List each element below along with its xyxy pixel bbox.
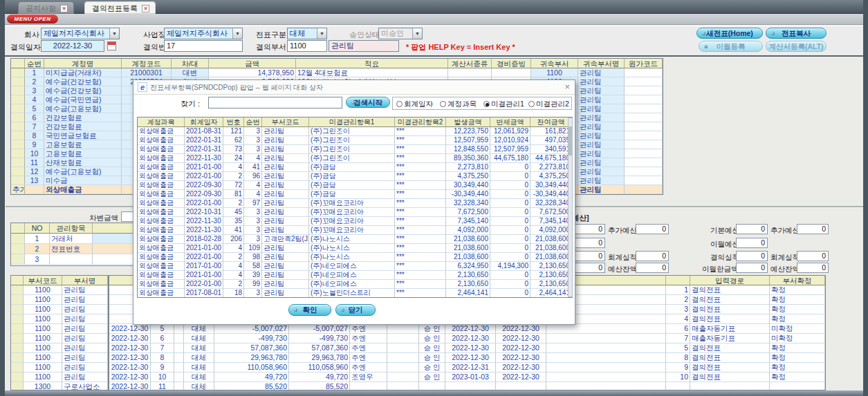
radio-open-item2[interactable]: 미결관리2 xyxy=(528,100,569,109)
column-header[interactable]: 적요 xyxy=(296,59,448,68)
table-row[interactable]: 외상매출금2022-11-30413관리팀(주)꼬매요코리아***4,092,0… xyxy=(138,226,572,235)
site-select[interactable]: 제일저지주식회사▼ xyxy=(164,28,243,39)
copy-slip-button[interactable]: 전표복사 xyxy=(766,28,827,39)
table-row[interactable]: 외상매출금2017-01-00458관리팀(주)네오피에스***6,324,95… xyxy=(138,262,572,271)
chevron-down-icon[interactable]: ▼ xyxy=(109,28,119,39)
table-row[interactable]: 외상매출금2017-08-01183관리팀(주)노블인더스트리***2,464,… xyxy=(138,289,572,298)
table-row[interactable]: 2022-12-307대체57,087,36057,087,360주엔승 인20… xyxy=(109,343,825,353)
table-row[interactable]: 외상매출금2022-01-31623관리팀(주)그린조이***12,507,95… xyxy=(138,136,572,145)
chevron-down-icon[interactable]: ▼ xyxy=(232,28,242,39)
table-row[interactable]: 외상매출금2022-01-00296관리팀(주)금담***4,375,25004… xyxy=(138,172,572,181)
column-header[interactable]: 순번 xyxy=(25,59,44,68)
table-row[interactable]: 1100관리팀 xyxy=(11,334,108,343)
column-header[interactable]: 경비증빙 xyxy=(492,59,531,68)
table-row[interactable]: 외상매출금2022-01-00299관리팀(주)네오피에스***2,130,65… xyxy=(138,280,572,289)
table-row[interactable]: 2022-12-3011대체85,52085,520 xyxy=(109,382,825,390)
close-icon[interactable]: × xyxy=(564,82,570,92)
column-header[interactable]: 차/대 xyxy=(172,59,209,68)
table-row[interactable]: 1100관리팀 xyxy=(11,295,108,305)
table-row[interactable]: 1100관리팀 xyxy=(11,353,108,363)
table-row[interactable]: 2022-12-306대체-499,730-499,730주엔승 인2022-1… xyxy=(109,334,825,343)
table-row[interactable]: 외상매출금2021-01-004109관리팀(주)나노시스***21,038,6… xyxy=(138,244,572,253)
slip-type-select[interactable]: 대체▼ xyxy=(287,28,327,39)
column-header[interactable]: 계산서종류 xyxy=(448,59,492,68)
table-row[interactable]: 외상매출금2022-11-30353관리팀(주)꼬매요코리아***7,345,1… xyxy=(138,217,572,226)
column-header[interactable]: 순번 xyxy=(244,117,262,127)
new-slip-button[interactable]: 새전표(Home) xyxy=(696,28,763,39)
column-header[interactable]: 회계일자 xyxy=(185,117,223,127)
table-row[interactable]: 1100관리팀 xyxy=(11,285,108,295)
column-header[interactable]: 금액 xyxy=(209,59,296,68)
column-header[interactable]: 반제금액 xyxy=(490,117,530,127)
column-header[interactable]: 계정과목 xyxy=(138,117,185,127)
radio-open-item1[interactable]: 미결관리1 xyxy=(483,100,524,109)
tab-close-icon[interactable]: ✕ xyxy=(142,5,149,12)
column-header[interactable]: 미결관리항목1 xyxy=(309,117,395,127)
table-row[interactable]: 외상매출금2022-09-30724관리팀(주)금담***30,349,4400… xyxy=(138,181,572,190)
table-row[interactable]: 외상매출금2022-10-31453관리팀(주)꼬매요코리아***7,672,5… xyxy=(138,208,572,217)
table-row[interactable]: 외상매출금2022-01-00298관리팀(주)나노시스***21,038,60… xyxy=(138,253,572,262)
dept-code-input[interactable]: 1100 xyxy=(287,40,327,52)
scrollbar-thumb[interactable] xyxy=(569,126,572,155)
column-header[interactable]: 부서코드 xyxy=(262,117,309,127)
close-button[interactable]: 닫기 xyxy=(335,304,376,316)
column-header[interactable]: 번호 xyxy=(223,117,244,127)
table-row[interactable]: 1100관리팀 xyxy=(11,363,108,373)
tab-notice[interactable]: 공지사항✕ xyxy=(18,1,74,14)
chevron-down-icon[interactable]: ▼ xyxy=(317,28,326,39)
table-row[interactable]: 1100관리팀 xyxy=(11,324,108,334)
table-row[interactable]: 외상매출금2021-01-00441관리팀(주)금담***2,273,81002… xyxy=(138,163,572,172)
table-row[interactable]: 외상매출금2022-11-30244관리팀(주)그린조이***89,350,36… xyxy=(138,154,572,163)
table-row[interactable]: 외상매출금2022-09-30814관리팀(주)금담***-30,349,440… xyxy=(138,190,572,199)
table-row[interactable]: 1100관리팀 xyxy=(11,343,108,353)
menu-open-button[interactable]: MENU OPEN xyxy=(7,15,58,23)
popup-scrollbar[interactable] xyxy=(568,117,573,297)
budget-field: 0 xyxy=(636,251,669,261)
search-input[interactable] xyxy=(208,97,342,109)
table-row[interactable]: 2022-12-305대체-5,007,027-5,007,027주엔승 인20… xyxy=(109,324,825,334)
table-row[interactable]: 1100관리팀 xyxy=(11,314,108,324)
table-row[interactable]: 2022-12-309대체110,058,960110,058,960주엔승 인… xyxy=(109,363,825,373)
column-header[interactable]: 입력경로 xyxy=(690,276,770,285)
column-header[interactable]: 잔여금액 xyxy=(530,117,572,127)
column-header[interactable]: 부서명 xyxy=(62,276,108,285)
tab-slip-entry[interactable]: 결의전표등록✕ xyxy=(84,1,156,14)
column-header[interactable]: 계정명 xyxy=(44,59,122,68)
table-row[interactable]: 외상매출금2021-08-311213관리팀(주)그린조이***12,223,7… xyxy=(138,127,572,136)
column-header[interactable]: 귀속부서명 xyxy=(578,59,625,68)
table-row[interactable]: 1미지급금(거래처)21000301대변14,378,95012월 4대보험료1… xyxy=(11,68,663,77)
column-header[interactable]: 계정코드 xyxy=(122,59,172,68)
column-header[interactable] xyxy=(11,223,25,234)
column-header[interactable]: 부서코드 xyxy=(24,276,62,285)
company-select[interactable]: 제일저지주식회사▼ xyxy=(41,28,120,39)
column-header[interactable]: NO xyxy=(25,223,50,234)
table-cell: 관리팀 xyxy=(62,343,108,353)
search-start-button[interactable]: 검색시작 xyxy=(346,97,390,108)
table-row[interactable]: 외상매출금2021-01-00439관리팀(주)네오피에스***2,130,65… xyxy=(138,271,572,280)
table-row[interactable]: 1300구로사업소 xyxy=(11,382,108,390)
table-row[interactable]: 외상매출금2018-02-282063고객만족2팀(J2(주)나노시스***21… xyxy=(138,235,572,244)
popup-titlebar[interactable]: e 전표세부항목(SPNDCDPop) 팝업 -- 웹 페이지 대화 상자 × xyxy=(133,80,575,95)
table-row[interactable]: 외상매출금2022-01-31733관리팀(주)그린조이***12,848,55… xyxy=(138,145,572,154)
column-header[interactable] xyxy=(11,276,24,285)
column-header[interactable]: 귀속부서 xyxy=(531,59,578,68)
table-row[interactable]: 1100관리팀 xyxy=(11,305,108,314)
calendar-icon[interactable] xyxy=(107,41,116,50)
ok-button[interactable]: 확인 xyxy=(288,304,331,316)
table-row[interactable]: 2022-12-308대체29,963,78029,963,780주엔승 인20… xyxy=(109,353,825,363)
date-field[interactable]: 2022-12-30 xyxy=(41,40,104,52)
radio-acct-date[interactable]: 회계일자 xyxy=(396,100,433,109)
column-header[interactable] xyxy=(666,276,690,285)
tab-close-icon[interactable]: ✕ xyxy=(60,5,68,12)
column-header[interactable]: 관리항목 xyxy=(50,223,93,234)
table-row[interactable]: 1100관리팀 xyxy=(11,373,108,382)
column-header[interactable] xyxy=(11,59,25,68)
slip-no-input[interactable]: 17 xyxy=(164,40,243,52)
column-header[interactable]: 발생금액 xyxy=(446,117,490,127)
column-header[interactable]: 부서확정 xyxy=(770,276,825,285)
table-row[interactable]: 외상매출금2022-01-00297관리팀(주)꼬매요코리아***32,328,… xyxy=(138,199,572,208)
column-header[interactable]: 원가코드 xyxy=(625,59,663,68)
column-header[interactable]: 미결관리항목2 xyxy=(395,117,446,127)
radio-account[interactable]: 계정과목 xyxy=(440,100,477,109)
table-row[interactable]: 2022-12-3010대체49,72049,720조영우승 인2023-01-… xyxy=(109,373,825,382)
